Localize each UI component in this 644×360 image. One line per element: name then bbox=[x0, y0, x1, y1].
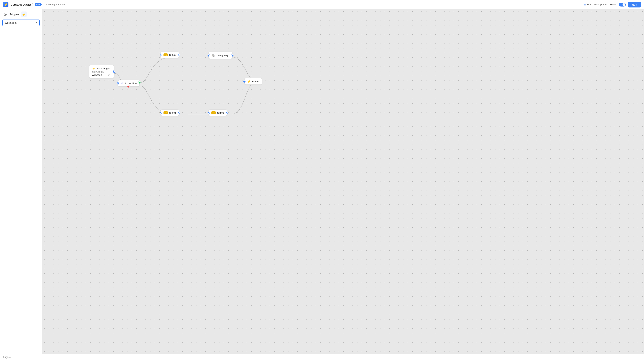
start-trigger-icon: ⚡ bbox=[92, 67, 95, 70]
workflow-title: getSalesDataWf bbox=[11, 3, 32, 6]
runjs3-label: runjs3 bbox=[217, 111, 224, 114]
runjs2-label: runjs2 bbox=[169, 53, 176, 56]
result-node[interactable]: ⚡ Result bbox=[244, 78, 262, 85]
env-label-text: Env bbox=[587, 3, 591, 6]
enable-toggle[interactable] bbox=[619, 3, 626, 6]
runjs1-label: runjs1 bbox=[169, 111, 176, 114]
webhook-select[interactable]: Webhooks Schedule HTTP bbox=[2, 19, 40, 26]
runjs1-output-dot bbox=[178, 112, 180, 114]
sidebar: Triggers ⚡ Webhooks Schedule HTTP bbox=[0, 9, 42, 354]
connections-svg bbox=[42, 9, 644, 354]
runjs1-icon: JS bbox=[164, 111, 168, 114]
runjs2-node[interactable]: JS runjs2 bbox=[160, 52, 179, 58]
postgresql1-input-dot bbox=[208, 54, 210, 56]
add-trigger-button[interactable]: ⚡ bbox=[21, 11, 27, 17]
enable-section: Enable bbox=[610, 3, 626, 6]
webhook-sublabel: Webhook bbox=[92, 74, 102, 76]
result-icon: ⚡ bbox=[247, 80, 250, 83]
runjs2-icon: JS bbox=[164, 53, 168, 56]
env-icon: ⊞ bbox=[584, 3, 586, 6]
main-layout: Triggers ⚡ Webhooks Schedule HTTP bbox=[0, 9, 644, 354]
log-bar[interactable]: Logs ∧ bbox=[0, 354, 644, 360]
if-condition-false-dot bbox=[128, 85, 130, 87]
enable-label: Enable bbox=[610, 3, 617, 6]
start-trigger-node[interactable]: ⚡ Start trigger TRIGGERS Webhook (1) bbox=[89, 65, 114, 78]
postgresql1-icon: 🐘 bbox=[212, 53, 215, 57]
triggers-sublabel: TRIGGERS bbox=[92, 71, 104, 73]
runjs1-input-dot bbox=[160, 112, 162, 114]
logo-icon: ⚡ bbox=[3, 2, 8, 7]
runjs2-output-dot bbox=[178, 54, 180, 56]
triggers-label: Triggers bbox=[10, 13, 19, 16]
env-section: ⊞ Env Development bbox=[584, 3, 607, 6]
runjs3-output-dot bbox=[226, 112, 228, 114]
runjs1-node[interactable]: JS runjs1 bbox=[160, 109, 179, 116]
logs-label: Logs bbox=[3, 356, 8, 359]
webhook-count: (1) bbox=[108, 74, 111, 76]
postgresql1-node[interactable]: 🐘 postgresql1 bbox=[208, 52, 232, 59]
postgresql1-label: postgresql1 bbox=[217, 54, 230, 57]
postgresql1-output-dot bbox=[231, 54, 233, 56]
beta-badge: Beta bbox=[35, 3, 42, 6]
if-condition-icon: ⇄ bbox=[121, 82, 123, 85]
runjs3-node[interactable]: JS runjs3 bbox=[208, 109, 227, 116]
sidebar-top: Triggers ⚡ bbox=[2, 11, 40, 17]
save-status: All changes saved bbox=[45, 3, 65, 6]
workflow-canvas[interactable]: ⚡ Start trigger TRIGGERS Webhook (1) ⇄ I… bbox=[42, 9, 644, 354]
if-condition-node[interactable]: ⇄ If condition bbox=[118, 80, 140, 86]
runjs3-input-dot bbox=[208, 112, 210, 114]
start-trigger-subtitle: TRIGGERS Webhook (1) bbox=[92, 71, 111, 76]
history-icon[interactable] bbox=[2, 11, 8, 17]
start-trigger-label: Start trigger bbox=[97, 67, 110, 70]
header: ⚡ getSalesDataWf Beta All changes saved … bbox=[0, 0, 644, 9]
result-input-dot bbox=[244, 80, 246, 82]
result-label: Result bbox=[252, 80, 259, 83]
run-button[interactable]: Run bbox=[628, 2, 641, 7]
if-condition-label: If condition bbox=[124, 82, 137, 85]
start-trigger-output-dot bbox=[113, 71, 115, 72]
logs-chevron: ∧ bbox=[9, 356, 11, 358]
env-name: Development bbox=[593, 3, 608, 6]
runjs2-input-dot bbox=[160, 54, 162, 56]
if-condition-input-dot bbox=[117, 82, 119, 84]
runjs3-icon: JS bbox=[212, 111, 216, 114]
if-condition-true-dot bbox=[138, 81, 140, 83]
